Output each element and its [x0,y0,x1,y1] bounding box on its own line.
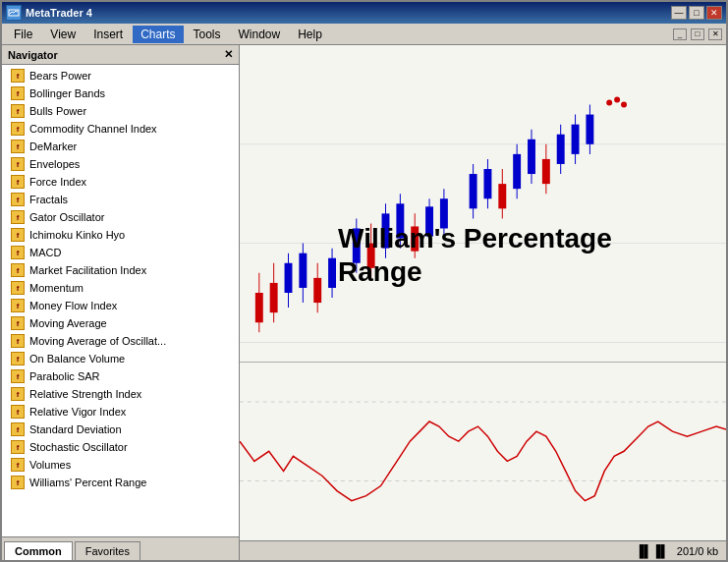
chart-canvas[interactable]: William's Percentage Range [240,45,726,540]
inner-maximize[interactable]: □ [691,28,704,40]
menu-help[interactable]: Help [290,26,330,43]
indicator-icon: f [10,298,26,313]
navigator-close-button[interactable]: ✕ [224,48,233,61]
nav-item-mfi[interactable]: f Market Facilitation Index [2,261,239,279]
svg-rect-1 [240,45,726,540]
svg-rect-41 [513,154,521,189]
svg-rect-19 [328,258,336,288]
nav-item-gator[interactable]: f Gator Oscillator [2,208,239,226]
menu-view[interactable]: View [42,26,84,43]
title-bar: MetaTrader 4 — □ ✕ [2,2,726,24]
window-controls: — □ ✕ [671,6,722,20]
chart-title: William's Percentage Range [338,222,612,288]
navigator-list[interactable]: f Bears Power f Bollinger Bands f Bulls … [2,65,239,536]
indicator-icon: f [10,156,26,172]
nav-item-macd[interactable]: f MACD [2,244,239,261]
indicator-icon: f [10,475,26,490]
nav-item-demarker[interactable]: f DeMarker [2,138,239,155]
nav-item-bears-power[interactable]: f Bears Power [2,67,239,84]
nav-item-cci[interactable]: f Commodity Channel Index [2,120,239,138]
indicator-icon: f [10,404,26,420]
indicator-icon: f [10,209,26,225]
menu-file[interactable]: File [6,26,40,43]
nav-item-stochastic[interactable]: f Stochastic Oscillator [2,438,239,456]
indicator-icon: f [10,227,26,243]
title-bar-left: MetaTrader 4 [6,5,92,21]
status-text: 201/0 kb [677,545,718,557]
menu-insert[interactable]: Insert [85,26,131,43]
menu-bar: File View Insert Charts Tools Window Hel… [2,24,726,45]
navigator-panel: Navigator ✕ f Bears Power f Bollinger Ba… [2,45,240,560]
svg-rect-17 [313,278,321,303]
nav-item-momentum[interactable]: f Momentum [2,279,239,297]
indicator-icon: f [10,103,26,119]
bars-icon: ▐▌▐▌ [636,544,669,558]
indicator-icon: f [10,280,26,296]
nav-item-parabolic[interactable]: f Parabolic SAR [2,367,239,385]
nav-item-bulls-power[interactable]: f Bulls Power [2,102,239,120]
chart-area: William's Percentage Range [240,45,726,560]
svg-point-53 [614,96,620,102]
nav-item-obv[interactable]: f On Balance Volume [2,350,239,367]
indicator-icon: f [10,192,26,207]
svg-rect-51 [586,115,593,144]
navigator-title: Navigator [8,49,58,61]
navigator-header: Navigator ✕ [2,45,239,65]
svg-rect-45 [542,159,550,184]
svg-rect-49 [572,125,580,154]
indicator-icon: f [10,351,26,366]
svg-point-52 [606,99,612,105]
svg-rect-11 [270,283,278,312]
nav-item-force-index[interactable]: f Force Index [2,173,239,191]
app-icon [6,5,22,21]
bottom-tabs: Common Favorites [2,536,239,560]
svg-rect-13 [285,263,293,293]
svg-rect-9 [255,293,263,322]
indicator-icon: f [10,174,26,190]
status-bar: ▐▌▐▌ 201/0 kb [240,540,726,560]
nav-item-williams[interactable]: f Williams' Percent Range [2,474,239,491]
svg-rect-35 [470,174,477,208]
indicator-icon: f [10,262,26,278]
minimize-button[interactable]: — [671,6,687,20]
indicator-icon: f [10,422,26,437]
svg-rect-15 [299,253,307,288]
window-title: MetaTrader 4 [26,7,92,19]
inner-close[interactable]: ✕ [708,28,722,40]
nav-item-std-dev[interactable]: f Standard Deviation [2,421,239,438]
inner-minimize[interactable]: _ [673,28,687,40]
nav-item-ichimoku[interactable]: f Ichimoku Kinko Hyo [2,226,239,244]
nav-item-moving-avg-osc[interactable]: f Moving Average of Oscillat... [2,332,239,350]
menu-tools[interactable]: Tools [186,26,229,43]
indicator-icon: f [10,85,26,101]
nav-item-envelopes[interactable]: f Envelopes [2,155,239,173]
indicator-icon: f [10,457,26,473]
menu-charts[interactable]: Charts [133,26,183,43]
nav-item-moving-avg[interactable]: f Moving Average [2,314,239,332]
maximize-button[interactable]: □ [689,6,704,20]
svg-rect-37 [483,169,491,198]
indicator-icon: f [10,245,26,260]
nav-item-money-flow[interactable]: f Money Flow Index [2,297,239,314]
svg-rect-47 [557,135,565,164]
close-button[interactable]: ✕ [706,6,722,20]
tab-favorites[interactable]: Favorites [75,541,140,560]
nav-item-rsi[interactable]: f Relative Strength Index [2,385,239,403]
nav-item-rvi[interactable]: f Relative Vigor Index [2,403,239,421]
indicator-icon: f [10,368,26,384]
svg-rect-43 [528,140,535,174]
svg-rect-39 [498,184,506,208]
indicator-icon: f [10,386,26,402]
indicator-icon: f [10,139,26,154]
nav-item-bollinger[interactable]: f Bollinger Bands [2,84,239,102]
nav-item-volumes[interactable]: f Volumes [2,456,239,474]
tab-common[interactable]: Common [4,541,73,560]
nav-item-fractals[interactable]: f Fractals [2,191,239,208]
svg-point-54 [621,101,627,107]
indicator-icon: f [10,333,26,349]
indicator-icon: f [10,121,26,137]
main-window: MetaTrader 4 — □ ✕ File View Insert Char… [0,0,728,562]
chart-svg [240,45,726,540]
menu-window[interactable]: Window [231,26,289,43]
indicator-icon: f [10,315,26,331]
